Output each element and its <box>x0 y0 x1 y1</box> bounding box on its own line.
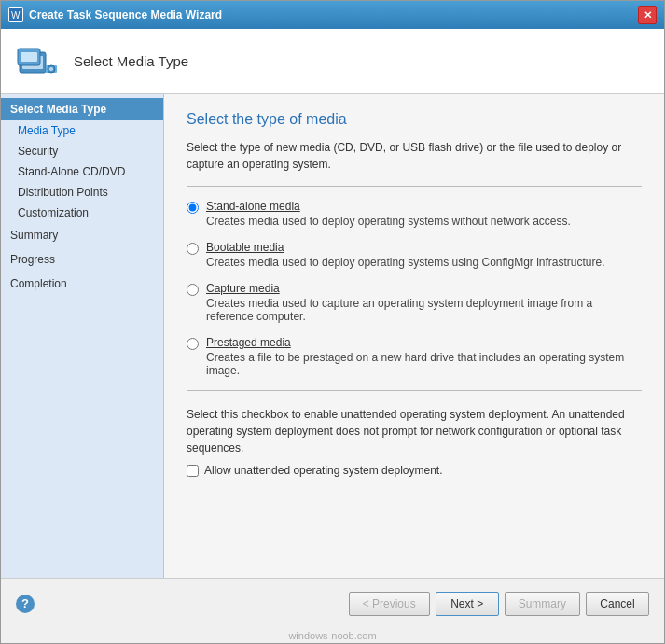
close-button[interactable]: ✕ <box>638 6 657 24</box>
radio-capture-title: Capture media <box>206 282 642 295</box>
radio-capture-desc: Creates media used to capture an operati… <box>206 297 642 323</box>
main-content: Select the type of media Select the type… <box>164 94 664 578</box>
radio-bootable-label: Bootable media Creates media used to dep… <box>206 241 605 269</box>
cancel-button[interactable]: Cancel <box>586 592 649 616</box>
sidebar-item-customization[interactable]: Customization <box>1 203 163 223</box>
sidebar-item-progress[interactable]: Progress <box>1 247 163 272</box>
sidebar-item-standalone-cd-dvd[interactable]: Stand-Alone CD/DVD <box>1 161 163 182</box>
sidebar-item-distribution-points[interactable]: Distribution Points <box>1 182 163 203</box>
radio-bootable[interactable] <box>187 243 199 255</box>
sidebar-item-select-media-type[interactable]: Select Media Type <box>1 98 163 120</box>
window-title: Create Task Sequence Media Wizard <box>29 8 222 21</box>
media-type-radio-group: Stand-alone media Creates media used to … <box>187 200 642 377</box>
checkbox-description: Select this checkbox to enable unattende… <box>187 406 642 456</box>
previous-button[interactable]: < Previous <box>349 592 430 616</box>
header-title: Select Media Type <box>74 53 188 69</box>
main-description: Select the type of new media (CD, DVD, o… <box>187 139 642 173</box>
divider-bottom <box>187 390 642 391</box>
radio-prestaged-desc: Creates a file to be prestaged on a new … <box>206 351 642 377</box>
radio-option-capture: Capture media Creates media used to capt… <box>187 282 642 323</box>
radio-bootable-title: Bootable media <box>206 241 605 254</box>
radio-option-bootable: Bootable media Creates media used to dep… <box>187 241 642 269</box>
radio-capture[interactable] <box>187 284 199 296</box>
radio-option-prestaged: Prestaged media Creates a file to be pre… <box>187 336 642 377</box>
divider-top <box>187 186 642 187</box>
radio-option-standalone: Stand-alone media Creates media used to … <box>187 200 642 228</box>
summary-button[interactable]: Summary <box>505 592 580 616</box>
sidebar-item-completion[interactable]: Completion <box>1 272 163 296</box>
help-icon[interactable]: ? <box>16 595 35 613</box>
checkbox-section: Select this checkbox to enable unattende… <box>187 406 642 477</box>
main-window: W Create Task Sequence Media Wizard ✕ Se… <box>0 0 665 644</box>
checkbox-row: Allow unattended operating system deploy… <box>187 464 642 477</box>
radio-prestaged[interactable] <box>187 338 199 350</box>
title-bar-left: W Create Task Sequence Media Wizard <box>8 7 222 22</box>
unattended-label[interactable]: Allow unattended operating system deploy… <box>204 464 443 477</box>
svg-text:W: W <box>11 10 21 21</box>
radio-capture-label: Capture media Creates media used to capt… <box>206 282 642 323</box>
wizard-icon <box>16 39 61 84</box>
footer: ? < Previous Next > Summary Cancel <box>1 578 664 628</box>
sidebar: Select Media Type Media Type Security St… <box>1 94 164 578</box>
sidebar-item-security[interactable]: Security <box>1 141 163 161</box>
content-area: Select Media Type Media Type Security St… <box>1 94 664 578</box>
footer-buttons: < Previous Next > Summary Cancel <box>349 592 649 616</box>
svg-rect-5 <box>21 52 37 62</box>
radio-standalone-desc: Creates media used to deploy operating s… <box>206 215 571 228</box>
svg-point-8 <box>49 67 53 71</box>
main-title: Select the type of media <box>187 111 642 128</box>
title-bar: W Create Task Sequence Media Wizard ✕ <box>1 1 664 29</box>
next-button[interactable]: Next > <box>436 592 499 616</box>
radio-bootable-desc: Creates media used to deploy operating s… <box>206 256 605 269</box>
header-bar: Select Media Type <box>1 29 664 94</box>
radio-prestaged-label: Prestaged media Creates a file to be pre… <box>206 336 642 377</box>
title-bar-icon: W <box>8 7 23 22</box>
footer-left: ? <box>16 595 35 613</box>
radio-standalone-title: Stand-alone media <box>206 200 571 213</box>
radio-standalone[interactable] <box>187 202 199 214</box>
watermark: windows-noob.com <box>1 628 664 643</box>
sidebar-item-media-type[interactable]: Media Type <box>1 120 163 141</box>
radio-standalone-label: Stand-alone media Creates media used to … <box>206 200 571 228</box>
sidebar-item-summary[interactable]: Summary <box>1 223 163 247</box>
unattended-checkbox[interactable] <box>187 465 199 477</box>
radio-prestaged-title: Prestaged media <box>206 336 642 349</box>
